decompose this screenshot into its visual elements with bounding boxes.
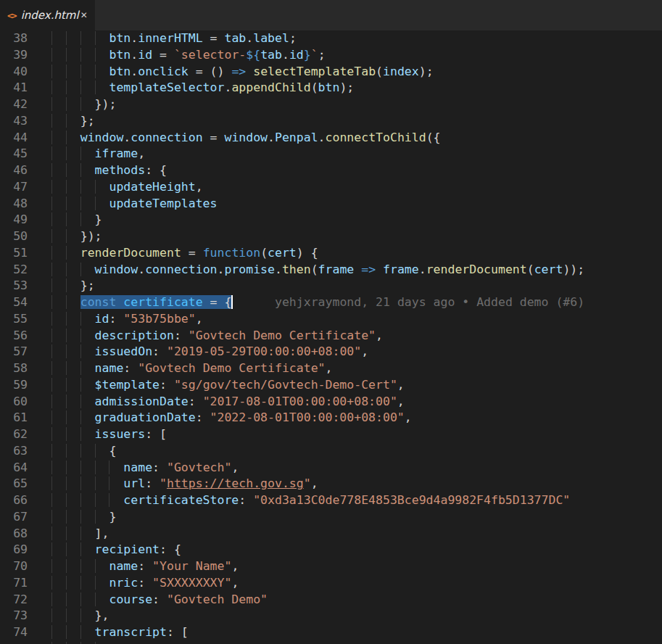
token: [51, 295, 80, 309]
line-number[interactable]: 67: [0, 509, 28, 526]
line-number[interactable]: 61: [0, 410, 28, 426]
code-line[interactable]: 66 certificateStore: "0xd3a13C0de778E485…: [0, 492, 662, 509]
code-line[interactable]: 70 name: "Your Name",: [0, 558, 662, 575]
code-line[interactable]: 42 });: [0, 96, 662, 113]
code-text: }: [51, 212, 102, 228]
line-number[interactable]: 63: [0, 443, 28, 460]
line-number[interactable]: 56: [0, 328, 28, 344]
token: :: [160, 378, 174, 392]
token: .: [268, 131, 275, 144]
tab-bar: <> index.html ✕: [0, 0, 662, 30]
line-number[interactable]: 66: [0, 492, 28, 509]
token: connection: [145, 263, 217, 276]
line-number[interactable]: 59: [0, 377, 28, 394]
line-number[interactable]: 52: [0, 262, 28, 278]
line-number[interactable]: 46: [0, 162, 28, 179]
code-line[interactable]: 69 recipient: {: [0, 542, 662, 558]
line-number[interactable]: 48: [0, 196, 28, 212]
line-number[interactable]: 43: [0, 113, 28, 130]
code-line[interactable]: 58 name: "Govtech Demo Certificate",: [0, 360, 662, 377]
code-line[interactable]: 64 name: "Govtech",: [0, 460, 662, 476]
token: "Govtech Demo Certificate": [189, 329, 376, 342]
line-number[interactable]: 49: [0, 212, 28, 228]
code-line[interactable]: 40 btn.onclick = () => selectTemplateTab…: [0, 64, 662, 80]
code-text: };: [51, 278, 95, 294]
code-line[interactable]: 45 iframe,: [0, 146, 662, 162]
close-tab-icon[interactable]: ✕: [79, 9, 89, 22]
line-number[interactable]: 55: [0, 311, 28, 328]
token: [51, 625, 95, 639]
line-number[interactable]: 69: [0, 542, 28, 558]
token: $template: [95, 378, 160, 392]
line-number[interactable]: 41: [0, 80, 28, 96]
code-line[interactable]: 55 id: "53b75bbe",: [0, 311, 662, 328]
token: ,: [397, 395, 405, 408]
line-number[interactable]: 57: [0, 344, 28, 360]
code-text: issuedOn: "2019-05-29T00:00:00+08:00",: [51, 344, 368, 360]
line-number[interactable]: 73: [0, 608, 28, 624]
code-line[interactable]: 75 {: [0, 641, 662, 644]
line-number[interactable]: 44: [0, 130, 28, 146]
line-number[interactable]: 75: [0, 641, 28, 644]
token: admissionDate: [95, 395, 189, 408]
line-number[interactable]: 42: [0, 96, 28, 113]
code-line[interactable]: 72 course: "Govtech Demo": [0, 592, 662, 608]
code-line[interactable]: 54 const certificate = { yehjxraymond, 2…: [0, 294, 662, 311]
line-number[interactable]: 58: [0, 360, 28, 377]
line-number[interactable]: 65: [0, 476, 28, 492]
token: frame: [383, 263, 419, 276]
code-line[interactable]: 39 btn.id = `selector-${tab.id}`;: [0, 47, 662, 64]
line-number[interactable]: 54: [0, 294, 28, 311]
code-line[interactable]: 43 };: [0, 113, 662, 130]
code-line[interactable]: 48 updateTemplates: [0, 196, 662, 212]
code-line[interactable]: 38 btn.innerHTML = tab.label;: [0, 30, 662, 47]
line-number[interactable]: 39: [0, 47, 28, 64]
token: [51, 527, 95, 540]
tab-index-html[interactable]: <> index.html ✕: [0, 0, 95, 30]
token: [51, 197, 109, 210]
line-number[interactable]: 38: [0, 30, 28, 47]
code-line[interactable]: 41 templateSelector.appendChild(btn);: [0, 80, 662, 96]
token: [51, 493, 123, 507]
code-line[interactable]: 56 description: "Govtech Demo Certificat…: [0, 328, 662, 344]
code-editor[interactable]: 38 btn.innerHTML = tab.label;39 btn.id =…: [0, 30, 662, 644]
code-line[interactable]: 73 },: [0, 608, 662, 624]
code-line[interactable]: 65 url: "https://tech.gov.sg",: [0, 476, 662, 492]
line-number[interactable]: 51: [0, 245, 28, 262]
code-line[interactable]: 49 }: [0, 212, 662, 228]
code-line[interactable]: 61 graduationDate: "2022-08-01T00:00:00+…: [0, 410, 662, 426]
code-line[interactable]: 63 {: [0, 443, 662, 460]
token: function: [203, 246, 260, 260]
token: .: [138, 263, 145, 276]
line-number[interactable]: 64: [0, 460, 28, 476]
code-line[interactable]: 74 transcript: [: [0, 624, 662, 641]
line-number[interactable]: 72: [0, 592, 28, 608]
code-line[interactable]: 67 }: [0, 509, 662, 526]
line-number[interactable]: 62: [0, 426, 28, 443]
code-text: updateTemplates: [51, 196, 218, 212]
code-line[interactable]: 68 ],: [0, 526, 662, 542]
token: });: [80, 229, 102, 243]
code-line[interactable]: 47 updateHeight,: [0, 179, 662, 196]
code-line[interactable]: 51 renderDocument = function(cert) {: [0, 245, 662, 262]
code-line[interactable]: 44 window.connection = window.Penpal.con…: [0, 130, 662, 146]
code-line[interactable]: 50 });: [0, 228, 662, 245]
line-number[interactable]: 53: [0, 278, 28, 294]
code-line[interactable]: 71 nric: "SXXXXXXXY",: [0, 575, 662, 592]
code-line[interactable]: 46 methods: {: [0, 162, 662, 179]
line-number[interactable]: 40: [0, 64, 28, 80]
line-number[interactable]: 47: [0, 179, 28, 196]
line-number[interactable]: 71: [0, 575, 28, 592]
code-line[interactable]: 62 issuers: [: [0, 426, 662, 443]
line-number[interactable]: 45: [0, 146, 28, 162]
code-line[interactable]: 52 window.connection.promise.then(frame …: [0, 262, 662, 278]
line-number[interactable]: 68: [0, 526, 28, 542]
code-line[interactable]: 59 $template: "sg/gov/tech/Govtech-Demo-…: [0, 377, 662, 394]
code-line[interactable]: 53 };: [0, 278, 662, 294]
line-number[interactable]: 50: [0, 228, 28, 245]
code-line[interactable]: 57 issuedOn: "2019-05-29T00:00:00+08:00"…: [0, 344, 662, 360]
line-number[interactable]: 70: [0, 558, 28, 575]
line-number[interactable]: 74: [0, 624, 28, 641]
code-line[interactable]: 60 admissionDate: "2017-08-01T00:00:00+0…: [0, 394, 662, 410]
line-number[interactable]: 60: [0, 394, 28, 410]
